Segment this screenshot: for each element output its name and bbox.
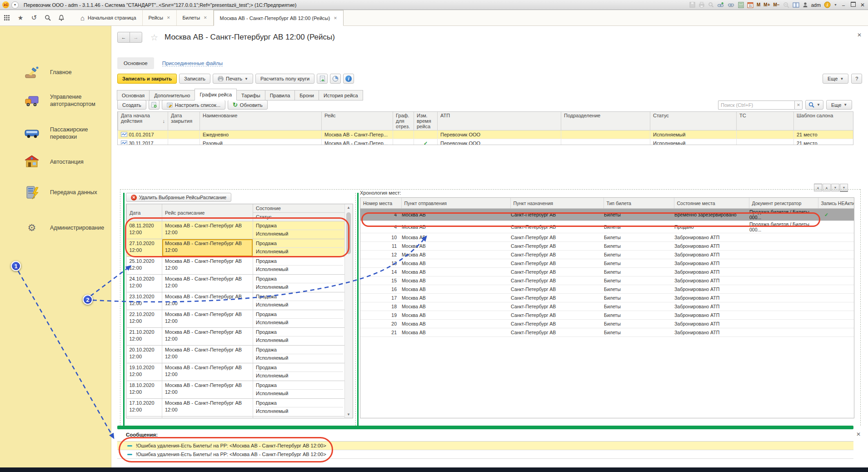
column-header[interactable]: Рейс расписание: [162, 204, 253, 221]
table-row[interactable]: 19Москва АВСанкт-Петербург АВБилетыЗабро…: [360, 311, 854, 320]
info-button[interactable]: i: [343, 74, 354, 84]
search-button[interactable]: ▼: [805, 100, 823, 110]
sidebar-item-5[interactable]: Передача данных: [0, 184, 111, 201]
form-tab[interactable]: История рейса: [319, 90, 363, 100]
print-button[interactable]: Печать▼: [213, 74, 253, 84]
info-dropdown-icon[interactable]: ▼: [834, 1, 837, 9]
maximize-button[interactable]: [850, 2, 856, 8]
tab-3[interactable]: Москва АВ - Санкт-Петербург АВ 12:00 (Ре…: [214, 10, 344, 26]
print-icon[interactable]: [698, 1, 705, 9]
search-input[interactable]: [718, 100, 794, 110]
column-header[interactable]: Запись НЕАктивна: [818, 198, 854, 209]
column-header[interactable]: Изм. время рейса: [414, 112, 438, 131]
focused-cell[interactable]: Москва АВ - Санкт-Петербург АВ12:00: [162, 239, 253, 257]
calc-half-circles-button[interactable]: Расчитать полу круги: [255, 74, 314, 84]
memory-mplus-button[interactable]: М+: [763, 1, 770, 9]
list-more-button[interactable]: Еще▼: [826, 100, 852, 110]
column-header[interactable]: Номер места: [360, 198, 401, 209]
column-header[interactable]: Пункт отправления: [401, 198, 510, 209]
column-header[interactable]: Тип билета: [604, 198, 674, 209]
column-header[interactable]: Шаблон салона: [794, 112, 854, 131]
table-row[interactable]: 12Москва АВСанкт-Петербург АВБилетыЗабро…: [360, 251, 854, 259]
save-button[interactable]: Записать: [179, 74, 210, 84]
delete-selected-button[interactable]: ✕ Удалить Выбранные РейсыРасписание: [126, 193, 231, 202]
form-tab[interactable]: Правила: [265, 90, 295, 100]
section-main[interactable]: Основное: [117, 57, 154, 69]
sidebar-item-3[interactable]: Пассажирские перевозки: [0, 125, 111, 141]
table-row[interactable]: 11Москва АВСанкт-Петербург АВБилетыЗабро…: [360, 242, 854, 251]
table-row[interactable]: 18Москва АВСанкт-Петербург АВБилетыЗабро…: [360, 302, 854, 311]
tab-1[interactable]: Рейсы✕: [143, 10, 177, 25]
form-tab[interactable]: Дополнительно: [149, 90, 195, 100]
table-row[interactable]: 21Москва АВСанкт-Петербург АВБилетыЗабро…: [360, 328, 854, 337]
table-row[interactable]: 18.10.202012:00Москва АВ - Санкт-Петербу…: [127, 381, 346, 399]
back-button[interactable]: ←: [117, 32, 130, 43]
table-row[interactable]: 23.10.202012:00Москва АВ - Санкт-Петербу…: [127, 292, 346, 310]
minimize-button[interactable]: –: [840, 2, 847, 8]
link-go-icon[interactable]: [728, 1, 735, 9]
system-menu-icon[interactable]: ▼: [11, 1, 19, 9]
tab-close-icon[interactable]: ✕: [334, 16, 337, 20]
memory-mminus-button[interactable]: М−: [773, 1, 779, 9]
form-tab[interactable]: Основная: [117, 90, 150, 100]
history-icon[interactable]: ↺: [27, 10, 41, 25]
column-header[interactable]: Дата закрытия: [168, 112, 200, 131]
forward-button[interactable]: →: [130, 32, 142, 43]
scroll-up-icon[interactable]: ▲: [345, 204, 352, 211]
close-messages-icon[interactable]: ✕: [856, 431, 861, 437]
form-tab[interactable]: Тарифы: [236, 90, 265, 100]
notifications-bell-icon[interactable]: [55, 10, 68, 25]
column-header[interactable]: Дата начала действия↓: [118, 112, 168, 131]
table-row[interactable]: 20Москва АВСанкт-Петербург АВБилетыЗабро…: [360, 320, 854, 328]
table-row[interactable]: 17.10.202012:00Москва АВ - Санкт-Петербу…: [127, 399, 346, 417]
sidebar-item-2[interactable]: Управление автотранспортом: [0, 92, 111, 109]
tab-2[interactable]: Билеты✕: [177, 10, 214, 25]
info-icon[interactable]: i: [824, 1, 831, 9]
calculator-icon[interactable]: [738, 1, 744, 9]
column-header[interactable]: Статус: [650, 112, 737, 131]
table-row[interactable]: 19.10.202012:00Москва АВ - Санкт-Петербу…: [127, 363, 346, 381]
table-row[interactable]: 16Москва АВСанкт-Петербург АВБилетыЗабро…: [360, 285, 854, 294]
sidebar-item-6[interactable]: ⚙Администрирование: [0, 220, 111, 236]
help-button[interactable]: ?: [851, 74, 862, 84]
refresh-button[interactable]: ↻ Обновить: [228, 100, 268, 110]
trips-scrollbar[interactable]: ▲ ▼: [344, 204, 353, 418]
table-row[interactable]: 4Москва АВСанкт-Петербург АВБилетыПродан…: [360, 221, 854, 233]
save-close-button[interactable]: Записать и закрыть: [117, 74, 177, 84]
table-row[interactable]: 13Москва АВСанкт-Петербург АВБилетыЗабро…: [360, 259, 854, 268]
table-row[interactable]: 20.10.202012:00Москва АВ - Санкт-Петербу…: [127, 346, 346, 363]
split-view-icon[interactable]: [793, 1, 799, 9]
table-row[interactable]: 10Москва АВСанкт-Петербург АВБилетыЗабро…: [360, 233, 854, 242]
message-row[interactable]: !Ошибка удаления-Есть Билеты! на РР: <Мо…: [117, 442, 853, 450]
sidebar-item-1[interactable]: Главное: [0, 64, 111, 80]
form-tab[interactable]: График рейса: [195, 89, 237, 100]
table-row[interactable]: 21.10.202012:00Москва АВ - Санкт-Петербу…: [127, 328, 346, 346]
sidebar-item-4[interactable]: Автостанция: [0, 154, 111, 170]
move-top-icon[interactable]: ▲: [814, 184, 822, 191]
column-header[interactable]: Состояние места: [674, 198, 749, 209]
messages-splitter[interactable]: [117, 426, 853, 429]
favorite-star-icon[interactable]: ☆: [150, 32, 158, 43]
form-more-button[interactable]: Еще▼: [823, 74, 848, 84]
column-header[interactable]: Документ регистратор: [749, 198, 818, 209]
report-button[interactable]: [317, 74, 328, 84]
memory-m-button[interactable]: М: [757, 1, 760, 9]
column-header[interactable]: АТП: [438, 112, 561, 131]
create-group-button[interactable]: [149, 100, 160, 110]
search-icon[interactable]: [41, 10, 55, 25]
table-row[interactable]: 17Москва АВСанкт-Петербург АВБилетыЗабро…: [360, 294, 854, 302]
move-bottom-icon[interactable]: ▼: [840, 184, 848, 192]
preview-icon[interactable]: [708, 1, 714, 9]
tab-home[interactable]: ⌂ Начальная страница: [75, 10, 143, 25]
table-row[interactable]: 01.01.2017ЕжедневноМосква АВ - Санкт-Пет…: [118, 131, 854, 139]
link-get-icon[interactable]: [717, 1, 724, 9]
calendar-icon[interactable]: 31: [747, 1, 753, 9]
table-row[interactable]: 4Москва АВСанкт-Петербург АВБилетыВремен…: [360, 209, 854, 221]
column-header[interactable]: Состояние: [253, 204, 346, 213]
favorites-icon[interactable]: ★: [14, 10, 27, 25]
column-header[interactable]: Дата: [127, 204, 162, 221]
column-header[interactable]: Наименование: [200, 112, 322, 131]
table-row[interactable]: 30.11.2017РазовыйМосква АВ - Санкт-Петер…: [118, 139, 854, 146]
table-row[interactable]: 14Москва АВСанкт-Петербург АВБилетыЗабро…: [360, 268, 854, 276]
table-row[interactable]: 25.10.202012:00Москва АВ - Санкт-Петербу…: [127, 257, 346, 275]
